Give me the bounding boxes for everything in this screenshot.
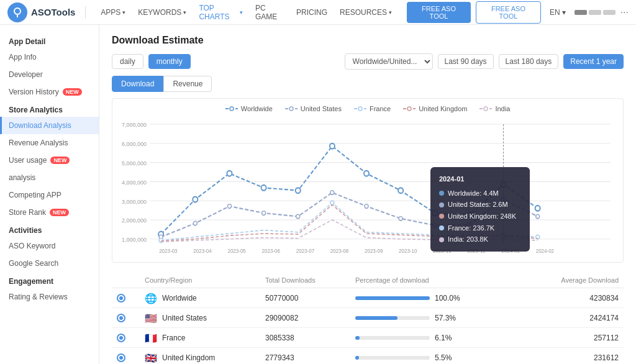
tooltip-dot-worldwide — [439, 191, 444, 196]
col-header-avg: Average Download — [522, 273, 624, 288]
svg-text:4,000,000: 4,000,000 — [122, 178, 147, 185]
sidebar-item-aso-keyword[interactable]: ASO Keyword — [0, 237, 99, 255]
region-selector[interactable]: Worldwide/United... — [345, 53, 433, 70]
user-menu-dots[interactable]: ··· — [620, 7, 629, 18]
total-downloads: 3085338 — [260, 328, 350, 348]
legend-india: India — [479, 105, 510, 112]
sidebar-item-store-rank[interactable]: Store Rank NEW — [0, 204, 99, 221]
radio-cell[interactable] — [112, 348, 140, 365]
svg-point-57 — [399, 217, 402, 221]
download-subtab[interactable]: Download — [112, 76, 163, 92]
table-row: 🇬🇧 United Kingdom 2779343 5.5% 231612 — [112, 348, 624, 365]
revenue-subtab[interactable]: Revenue — [163, 76, 212, 92]
monthly-tab[interactable]: monthly — [148, 54, 191, 69]
col-header-pct: Percentage of download — [350, 273, 522, 288]
sidebar-section-engagement: Engagement — [0, 272, 99, 288]
svg-text:2023-10: 2023-10 — [399, 247, 417, 253]
radio-cell[interactable] — [112, 308, 140, 328]
nav-resources[interactable]: RESOURCES▾ — [335, 6, 397, 19]
chevron-icon: ▾ — [562, 8, 566, 17]
svg-point-0 — [14, 8, 20, 14]
logo[interactable]: ASOTools — [7, 2, 75, 22]
row-radio-0[interactable] — [117, 294, 125, 303]
sidebar-item-version-history[interactable]: Version History NEW — [0, 83, 99, 101]
row-radio-3[interactable] — [117, 353, 125, 362]
chevron-icon: ▾ — [183, 9, 186, 16]
tooltip-row-us: United States: 2.6M — [439, 199, 521, 211]
legend-uk: United Kingdom — [403, 105, 467, 112]
country-name: Worldwide — [162, 294, 197, 303]
progress-bar-bg — [355, 356, 430, 360]
language-selector[interactable]: EN ▾ — [546, 6, 570, 19]
legend-worldwide: Worldwide — [225, 105, 273, 112]
period-90-button[interactable]: Last 90 days — [438, 54, 494, 69]
sidebar-item-competing-app[interactable]: Competing APP — [0, 186, 99, 204]
sidebar-item-rating-reviews[interactable]: Rating & Reviews — [0, 288, 99, 306]
nav-pc-game[interactable]: PC GAME — [250, 1, 289, 24]
total-downloads: 50770000 — [260, 288, 350, 308]
nav-apps[interactable]: APPS▾ — [96, 6, 130, 19]
svg-text:2024-02: 2024-02 — [536, 247, 555, 253]
top-navigation: ASOTools APPS▾ KEYWORDS▾ TOP CHARTS▾ PC … — [0, 0, 636, 25]
chart-legend: Worldwide United States France United Ki… — [119, 105, 617, 112]
new-badge: NEW — [50, 157, 70, 164]
svg-text:2023-07: 2023-07 — [296, 247, 315, 253]
user-avatar[interactable] — [575, 10, 616, 15]
country-cell: 🇺🇸 United States — [140, 308, 260, 328]
free-aso-tool-button-2[interactable]: FREE ASO TOOL — [476, 1, 541, 24]
sidebar-item-download-analysis[interactable]: Download Analysis — [0, 117, 99, 134]
sidebar-item-google-search[interactable]: Google Search — [0, 255, 99, 272]
svg-point-55 — [330, 191, 334, 195]
svg-text:2,000,000: 2,000,000 — [122, 217, 147, 224]
data-table: Country/Region Total Downloads Percentag… — [112, 273, 624, 364]
country-cell: 🌐 Worldwide — [140, 288, 260, 308]
svg-point-43 — [330, 143, 335, 149]
controls-row: daily monthly Worldwide/United... Last 9… — [112, 53, 624, 70]
svg-point-40 — [227, 171, 232, 176]
table-row: 🌐 Worldwide 50770000 100.0% 4230834 — [112, 288, 624, 308]
svg-text:2023-08: 2023-08 — [330, 247, 349, 253]
nav-pricing[interactable]: PRICING — [291, 6, 332, 19]
svg-point-42 — [296, 188, 301, 193]
progress-bar-bg — [355, 316, 430, 320]
radio-cell[interactable] — [112, 288, 140, 308]
pct-value: 57.3% — [435, 314, 456, 322]
chart-area: Worldwide United States France United Ki… — [112, 98, 624, 263]
subtabs: Download Revenue — [112, 76, 624, 92]
radio-cell[interactable] — [112, 328, 140, 348]
sidebar-item-revenue-analysis[interactable]: Revenue Analysis — [0, 134, 99, 152]
row-radio-2[interactable] — [117, 334, 125, 342]
chevron-icon: ▾ — [240, 9, 243, 16]
svg-point-54 — [296, 214, 300, 219]
sidebar-item-developer[interactable]: Developer — [0, 66, 99, 83]
pct-cell: 100.0% — [350, 288, 522, 308]
period-1year-button[interactable]: Recent 1 year — [563, 54, 624, 69]
sidebar-item-app-info[interactable]: App Info — [0, 48, 99, 66]
tooltip-dot-uk — [439, 214, 444, 219]
daily-tab[interactable]: daily — [112, 54, 143, 69]
sidebar-item-analysis[interactable]: analysis — [0, 169, 99, 186]
col-header-country — [112, 273, 140, 288]
new-badge: NEW — [63, 88, 82, 96]
pct-value: 100.0% — [435, 294, 460, 303]
progress-bar-fill — [355, 356, 359, 360]
legend-united-states: United States — [285, 105, 342, 112]
row-radio-1[interactable] — [117, 314, 125, 322]
new-badge: NEW — [50, 209, 69, 216]
svg-point-49 — [535, 206, 540, 211]
page-title: Download Estimate — [112, 35, 624, 46]
sidebar-item-user-usage[interactable]: User usage NEW — [0, 152, 99, 169]
nav-keywords[interactable]: KEYWORDS▾ — [133, 6, 191, 19]
tooltip-title: 2024-01 — [439, 173, 521, 185]
nav-top-charts[interactable]: TOP CHARTS▾ — [194, 1, 248, 24]
main-content: Download Estimate daily monthly Worldwid… — [99, 25, 636, 364]
chart-tooltip: 2024-01 Worldwide: 4.4M United States: 2… — [430, 167, 530, 252]
main-layout: App Detail App Info Developer Version Hi… — [0, 25, 636, 364]
progress-bar-bg — [355, 296, 430, 300]
svg-text:2023-05: 2023-05 — [227, 247, 246, 253]
free-aso-tool-button-1[interactable]: FREE ASO TOOL — [407, 2, 471, 23]
chart-container: 7,000,000 6,000,000 5,000,000 4,000,000 … — [119, 117, 617, 256]
period-180-button[interactable]: Last 180 days — [499, 54, 559, 69]
svg-point-56 — [365, 204, 368, 209]
sidebar-section-store-analytics: Store Analytics — [0, 101, 99, 117]
